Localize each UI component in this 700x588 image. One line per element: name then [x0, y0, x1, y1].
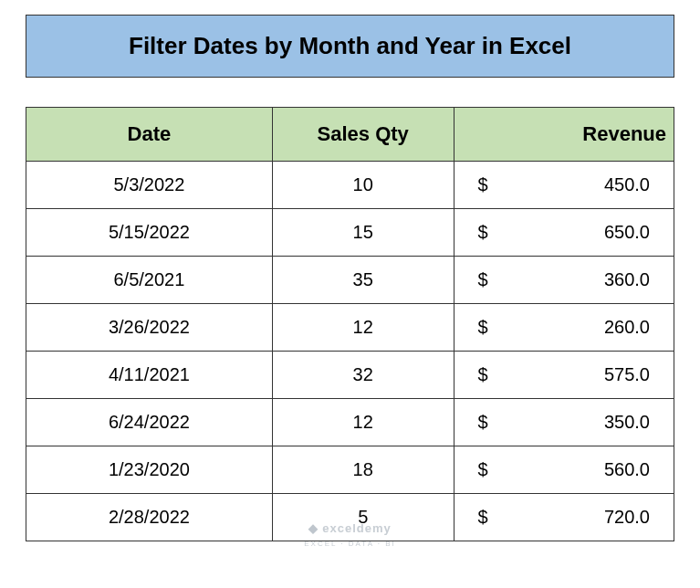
cell-date: 1/23/2020: [26, 446, 273, 494]
table-row: 6/24/202212$350.0: [26, 399, 674, 446]
cell-date: 3/26/2022: [26, 304, 273, 352]
cell-revenue: $560.0: [454, 446, 674, 494]
table-row: 2/28/20225$720.0: [26, 494, 674, 541]
currency-symbol: $: [478, 269, 488, 290]
cell-qty: 15: [272, 209, 454, 257]
currency-symbol: $: [478, 507, 488, 528]
currency-symbol: $: [478, 317, 488, 338]
currency-symbol: $: [478, 412, 488, 433]
cell-date: 6/5/2021: [26, 257, 273, 304]
cell-qty: 12: [272, 304, 454, 352]
cell-qty: 32: [272, 352, 454, 399]
cell-date: 4/11/2021: [26, 352, 273, 399]
cell-qty: 10: [272, 162, 454, 209]
currency-value: 260.0: [604, 317, 650, 338]
cell-date: 2/28/2022: [26, 494, 273, 541]
cell-qty: 5: [272, 494, 454, 541]
currency-value: 720.0: [604, 507, 650, 528]
header-revenue: Revenue: [454, 108, 674, 162]
cell-date: 5/3/2022: [26, 162, 273, 209]
cell-qty: 12: [272, 399, 454, 446]
table-row: 3/26/202212$260.0: [26, 304, 674, 352]
cell-qty: 35: [272, 257, 454, 304]
cell-date: 6/24/2022: [26, 399, 273, 446]
cell-qty: 18: [272, 446, 454, 494]
cell-revenue: $575.0: [454, 352, 674, 399]
header-qty: Sales Qty: [272, 108, 454, 162]
page-title: Filter Dates by Month and Year in Excel: [26, 15, 674, 78]
table-header-row: Date Sales Qty Revenue: [26, 108, 674, 162]
currency-value: 650.0: [604, 222, 650, 243]
header-date: Date: [26, 108, 273, 162]
cell-revenue: $350.0: [454, 399, 674, 446]
currency-value: 350.0: [604, 412, 650, 433]
table-row: 6/5/202135$360.0: [26, 257, 674, 304]
currency-value: 360.0: [604, 269, 650, 290]
currency-value: 450.0: [604, 174, 650, 195]
currency-symbol: $: [478, 222, 488, 243]
currency-symbol: $: [478, 364, 488, 385]
cell-revenue: $720.0: [454, 494, 674, 541]
data-table: Date Sales Qty Revenue 5/3/202210$450.05…: [26, 107, 674, 541]
cell-revenue: $260.0: [454, 304, 674, 352]
table-row: 5/15/202215$650.0: [26, 209, 674, 257]
cell-revenue: $450.0: [454, 162, 674, 209]
cell-revenue: $650.0: [454, 209, 674, 257]
currency-symbol: $: [478, 459, 488, 480]
cell-date: 5/15/2022: [26, 209, 273, 257]
table-row: 1/23/202018$560.0: [26, 446, 674, 494]
table-row: 4/11/202132$575.0: [26, 352, 674, 399]
currency-symbol: $: [478, 174, 488, 195]
currency-value: 575.0: [604, 364, 650, 385]
table-row: 5/3/202210$450.0: [26, 162, 674, 209]
currency-value: 560.0: [604, 459, 650, 480]
cell-revenue: $360.0: [454, 257, 674, 304]
